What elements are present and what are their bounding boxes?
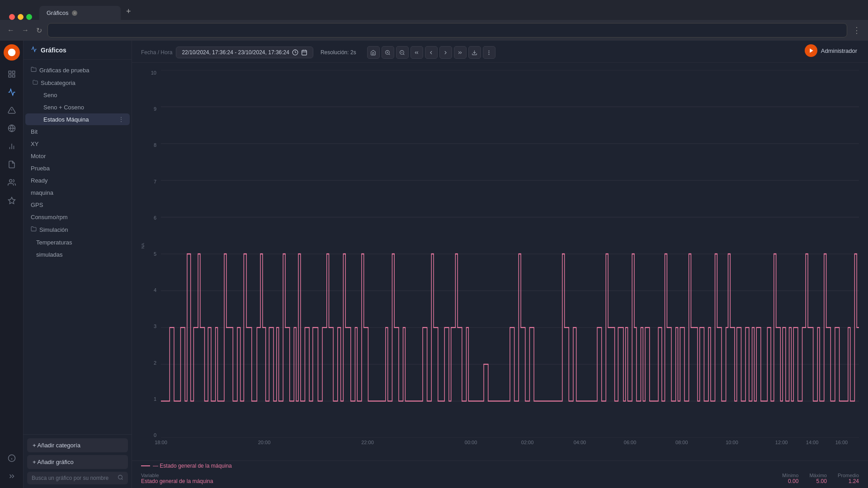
add-category-button[interactable]: + Añadir categoría xyxy=(27,438,128,452)
nav-item-gps[interactable]: GPS ⋮ xyxy=(25,199,130,211)
main-content: Fecha / Hora 22/10/2024, 17:36:24 - 23/1… xyxy=(132,41,868,488)
x-axis: 18:00 20:00 22:00 00:00 02:00 04:00 06:0… xyxy=(161,438,859,457)
sidebar-icon-info[interactable] xyxy=(4,450,20,466)
chart-more-button[interactable] xyxy=(483,46,495,59)
add-chart-button[interactable]: + Añadir gráfico xyxy=(27,455,128,469)
address-bar[interactable] xyxy=(47,23,847,38)
min-value: 0.00 xyxy=(788,478,798,484)
nav-item-prueba[interactable]: Prueba ⋮ xyxy=(25,162,130,174)
forward-button[interactable]: → xyxy=(20,24,31,36)
svg-line-25 xyxy=(389,54,390,55)
svg-point-12 xyxy=(9,179,12,182)
nav-item-motor[interactable]: Motor ⋮ xyxy=(25,150,130,162)
nav-subcategory-item[interactable]: Subcategoria ⋮ xyxy=(25,77,130,89)
chart-controls xyxy=(367,46,495,59)
svg-line-18 xyxy=(122,479,123,479)
next-button[interactable] xyxy=(439,46,452,59)
sidebar-icon-alerts[interactable] xyxy=(4,102,20,118)
nav-sidebar: Gráficos Gráficas de prueba ⋮ Subcategor… xyxy=(24,41,132,488)
search-input[interactable] xyxy=(32,475,115,481)
sidebar-icon-dashboard[interactable] xyxy=(4,66,20,82)
tab-bar: Gráficos × + xyxy=(0,0,868,20)
y-label-10: 10 xyxy=(151,70,156,75)
nav-category-simulacion[interactable]: Simulación ⋮ xyxy=(25,223,130,236)
x-label-04: 04:00 xyxy=(574,440,586,445)
sidebar-icon-expand[interactable] xyxy=(4,468,20,484)
variable-section: Variable Estado general de la máquina Mí… xyxy=(132,471,868,488)
nav-item-seno[interactable]: Seno ⋮ xyxy=(25,89,130,101)
nav-item-consumo[interactable]: Consumo/rpm ⋮ xyxy=(25,211,130,223)
category-label-graficas: Gráficas de prueba xyxy=(39,67,118,74)
skip-back-button[interactable] xyxy=(410,46,423,59)
nav-item-seno-coseno[interactable]: Seno + Coseno ⋮ xyxy=(25,101,130,113)
add-category-label: + Añadir categoría xyxy=(33,442,80,449)
svg-point-0 xyxy=(8,49,15,56)
nav-header-icon xyxy=(31,46,37,54)
close-button[interactable] xyxy=(9,14,15,20)
x-label-16: 16:00 xyxy=(835,440,848,445)
date-range-button[interactable]: 22/10/2024, 17:36:24 - 23/10/2024, 17:36… xyxy=(176,47,313,58)
browser-more-button[interactable]: ⋮ xyxy=(851,23,863,37)
y-label-4: 4 xyxy=(154,287,156,293)
tab-close-icon[interactable]: × xyxy=(72,10,77,16)
y-label-7: 7 xyxy=(154,179,156,184)
download-button[interactable] xyxy=(468,46,481,59)
y-label-3: 3 xyxy=(154,324,156,329)
app-logo xyxy=(4,44,20,61)
item-more-estados[interactable]: ⋮ xyxy=(118,116,124,123)
app-container: Gráficos Gráficas de prueba ⋮ Subcategor… xyxy=(0,41,868,488)
item-label-seno-coseno: Seno + Coseno xyxy=(43,104,118,111)
nav-item-bit[interactable]: Bit ⋮ xyxy=(25,126,130,137)
stats-section: Mínimo 0.00 Máximo 5.00 Promedio 1.24 xyxy=(782,473,859,484)
nav-item-maquina[interactable]: maquina ⋮ xyxy=(25,187,130,198)
admin-name: Administrador xyxy=(821,47,857,54)
y-label-9: 9 xyxy=(154,106,156,112)
item-label-xy: XY xyxy=(31,141,118,147)
back-button[interactable]: ← xyxy=(5,24,16,36)
variable-name: Estado general de la máquina xyxy=(141,478,782,484)
x-label-02: 02:00 xyxy=(521,440,534,445)
new-tab-button[interactable]: + xyxy=(123,3,135,20)
legend-item: — Estado general de la máquina xyxy=(141,463,232,469)
na-label: NA xyxy=(141,243,145,249)
admin-avatar xyxy=(805,44,817,57)
prev-button[interactable] xyxy=(425,46,438,59)
nav-item-temperaturas[interactable]: Temperaturas ⋮ xyxy=(25,236,130,248)
minimize-button[interactable] xyxy=(18,14,24,20)
home-button[interactable] xyxy=(367,46,380,59)
max-label: Máximo xyxy=(809,473,827,478)
reload-button[interactable]: ↻ xyxy=(34,24,44,37)
item-label-estados: Estados Máquina xyxy=(43,116,118,123)
y-label-0: 0 xyxy=(154,432,156,438)
traffic-lights xyxy=(4,14,38,20)
item-label-maquina: maquina xyxy=(31,189,118,196)
active-tab[interactable]: Gráficos × xyxy=(39,6,121,20)
nav-item-xy[interactable]: XY ⋮ xyxy=(25,138,130,150)
folder-icon-sim xyxy=(31,226,37,233)
sidebar-icon-bar-chart[interactable] xyxy=(4,138,20,155)
sidebar-icon-star[interactable] xyxy=(4,192,20,209)
sidebar-icon-file[interactable] xyxy=(4,156,20,173)
sidebar-icon-users[interactable] xyxy=(4,174,20,191)
item-label-temperaturas: Temperaturas xyxy=(36,239,118,246)
zoom-in-button[interactable] xyxy=(382,46,394,59)
x-label-00: 00:00 xyxy=(465,440,477,445)
x-label-06: 06:00 xyxy=(624,440,637,445)
nav-category-graficas-prueba[interactable]: Gráficas de prueba ⋮ xyxy=(25,64,130,76)
nav-item-estados-maquina[interactable]: Estados Máquina ⋮ xyxy=(25,113,130,125)
sidebar-icon-globe[interactable] xyxy=(4,120,20,136)
nav-item-simuladas[interactable]: simuladas ⋮ xyxy=(25,249,130,260)
sidebar-icon-charts[interactable] xyxy=(4,84,20,100)
maximize-button[interactable] xyxy=(26,14,32,20)
zoom-out-button[interactable] xyxy=(396,46,409,59)
nav-items: Gráficas de prueba ⋮ Subcategoria ⋮ Seno… xyxy=(24,60,132,434)
legend-label: — Estado general de la máquina xyxy=(153,463,232,469)
svg-point-34 xyxy=(489,54,489,54)
search-box[interactable] xyxy=(27,472,128,484)
svg-point-17 xyxy=(118,475,123,479)
skip-forward-button[interactable] xyxy=(454,46,467,59)
svg-marker-13 xyxy=(8,197,15,204)
nav-item-ready[interactable]: Ready ⋮ xyxy=(25,174,130,186)
y-label-8: 8 xyxy=(154,142,156,148)
svg-rect-4 xyxy=(12,75,14,77)
